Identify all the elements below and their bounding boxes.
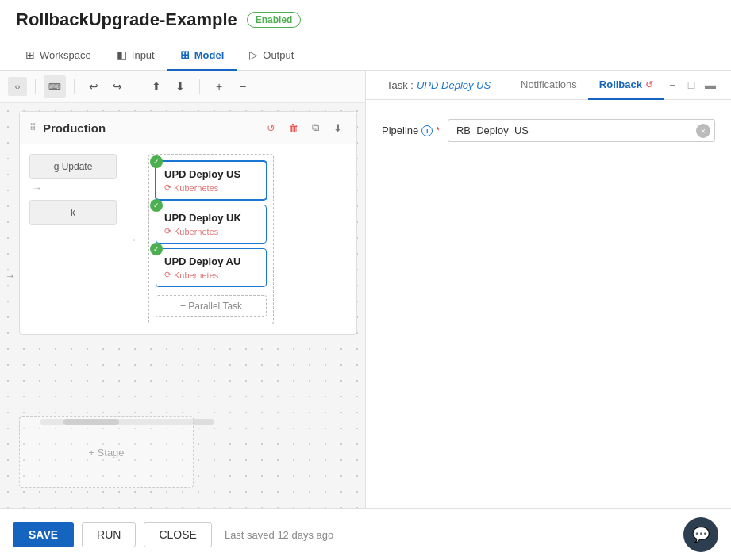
expand-all-btn[interactable]: ⬇ (169, 75, 191, 98)
tab-model[interactable]: ⊞ Model (167, 40, 237, 71)
task-type-au: ⟳ Kubernetes (164, 270, 258, 280)
run-button[interactable]: RUN (82, 522, 136, 547)
task-card-upd-deploy-uk[interactable]: ✓ UPD Deploy UK ⟳ Kubernetes (156, 205, 267, 244)
keyboard-btn[interactable]: ⌨ (44, 75, 66, 98)
kubernetes-icon-us: ⟳ (164, 182, 171, 193)
collapse-all-btn[interactable]: ⬆ (145, 75, 167, 98)
tab-rollback[interactable]: Rollback ↺ (588, 71, 664, 100)
stage-drag-handle[interactable]: ⠿ (29, 122, 37, 133)
tab-model-label: Model (194, 49, 225, 61)
kubernetes-icon-uk: ⟳ (164, 226, 171, 236)
toolbar-group-zoom: + − (208, 75, 254, 98)
toolbar-group-view: ⬆ ⬇ (145, 75, 191, 98)
stage-arrow-connector: → (125, 154, 140, 324)
maximize-btn[interactable]: □ (683, 77, 699, 93)
workspace-icon: ⊞ (25, 48, 35, 61)
panel-task-label: Task : UPD Deploy US (375, 71, 502, 99)
tab-output-label: Output (263, 49, 294, 61)
minimize-btn[interactable]: − (664, 77, 680, 93)
save-status: Last saved 12 days ago (225, 529, 333, 541)
required-star: * (436, 125, 440, 136)
stage-download-btn[interactable]: ⬇ (328, 118, 347, 137)
close-button[interactable]: CLOSE (144, 522, 211, 547)
save-button[interactable]: SAVE (13, 522, 74, 547)
tab-input-label: Input (132, 49, 155, 61)
tab-input[interactable]: ◧ Input (104, 40, 167, 71)
stage-tasks: g Update → k → (20, 144, 356, 334)
zoom-in-btn[interactable]: + (208, 75, 230, 98)
undo-btn[interactable]: ↩ (83, 75, 105, 98)
stage-copy-btn[interactable]: ⧉ (306, 118, 325, 137)
pipeline-clear-btn[interactable]: × (696, 124, 710, 138)
parallel-tasks-group: ✓ UPD Deploy US ⟳ Kubernetes ✓ UPD D (148, 154, 274, 324)
task-check-uk: ✓ (150, 199, 163, 212)
tab-notifications[interactable]: Notifications (510, 71, 588, 100)
task-check-au: ✓ (150, 243, 163, 255)
zoom-out-btn[interactable]: − (232, 75, 254, 98)
stage-header: ⠿ Production ↺ 🗑 ⧉ ⬇ (20, 112, 356, 144)
preceding-subtask-card[interactable]: k (29, 200, 117, 225)
stage-rollback-btn[interactable]: ↺ (261, 118, 280, 137)
enabled-badge: Enabled (247, 12, 302, 28)
preceding-subtask-label: k (71, 207, 75, 218)
tab-output[interactable]: ▷ Output (237, 40, 306, 71)
chat-bubble-btn[interactable]: 💬 (683, 517, 718, 552)
task-name-uk: UPD Deploy UK (164, 212, 258, 224)
task-check-us: ✓ (150, 155, 163, 168)
arrow-between-tasks: → (29, 182, 117, 194)
pipeline-input[interactable] (448, 119, 715, 142)
task-type-us: ⟳ Kubernetes (164, 182, 258, 193)
toolbar-group-kb: ⌨ (44, 75, 66, 98)
bottom-toolbar: SAVE RUN CLOSE Last saved 12 days ago 💬 (0, 508, 731, 560)
pipeline-label: Pipeline i * (382, 125, 440, 136)
tab-workspace[interactable]: ⊞ Workspace (13, 40, 104, 71)
kubernetes-icon-au: ⟳ (164, 270, 171, 280)
model-icon: ⊞ (180, 48, 190, 61)
right-panel-content: Pipeline i * × (366, 100, 731, 508)
preceding-tasks: g Update → k (29, 154, 117, 324)
stage-delete-btn[interactable]: 🗑 (283, 118, 302, 137)
stage-actions: ↺ 🗑 ⧉ ⬇ (261, 118, 347, 137)
collapse-panel-btn[interactable]: ‹› (8, 77, 27, 96)
pipeline-input-wrapper: × (448, 119, 715, 142)
pipeline-info-icon[interactable]: i (421, 125, 433, 136)
nav-tabs: ⊞ Workspace ◧ Input ⊞ Model ▷ Output (0, 40, 731, 71)
canvas-left-arrow: → (5, 270, 15, 282)
output-icon: ▷ (249, 48, 258, 61)
canvas-inner: → ⠿ Production ↺ 🗑 ⧉ ⬇ (0, 103, 365, 508)
task-name-us: UPD Deploy US (164, 168, 258, 180)
canvas-toolbar: ‹› ⌨ ↩ ↪ ⬆ ⬇ + − (0, 71, 365, 103)
pipeline-row: Pipeline i * × (382, 119, 715, 142)
add-parallel-task-btn[interactable]: + Parallel Task (156, 295, 267, 317)
right-panel: Task : UPD Deploy US Notifications Rollb… (366, 71, 731, 508)
panel-task-name: UPD Deploy US (417, 79, 491, 91)
app-header: RollbackUpgrade-Example Enabled (0, 0, 731, 40)
app-title: RollbackUpgrade-Example (16, 10, 237, 30)
main-content: ‹› ⌨ ↩ ↪ ⬆ ⬇ + − → (0, 71, 731, 508)
right-panel-tabs: Task : UPD Deploy US Notifications Rollb… (366, 71, 731, 100)
stage-title: Production (43, 121, 255, 135)
preceding-task-card[interactable]: g Update (29, 154, 117, 179)
add-stage-label: + Stage (88, 447, 124, 458)
task-card-upd-deploy-au[interactable]: ✓ UPD Deploy AU ⟳ Kubernetes (156, 248, 267, 287)
add-stage-btn[interactable]: + Stage (19, 416, 194, 488)
canvas-workspace[interactable]: → ⠿ Production ↺ 🗑 ⧉ ⬇ (0, 103, 365, 508)
input-icon: ◧ (117, 48, 127, 61)
task-card-upd-deploy-us[interactable]: ✓ UPD Deploy US ⟳ Kubernetes (156, 161, 267, 200)
task-name-au: UPD Deploy AU (164, 255, 258, 267)
panel-window-btns: − □ ▬ (664, 77, 721, 93)
rollback-icon: ↺ (645, 79, 653, 90)
preceding-task-label: g Update (54, 161, 93, 172)
canvas-area: ‹› ⌨ ↩ ↪ ⬆ ⬇ + − → (0, 71, 366, 508)
panel-close-btn[interactable]: ▬ (702, 77, 718, 93)
tab-workspace-label: Workspace (40, 49, 91, 61)
production-stage: ⠿ Production ↺ 🗑 ⧉ ⬇ g Up (19, 111, 357, 335)
redo-btn[interactable]: ↪ (106, 75, 129, 98)
toolbar-group-history: ↩ ↪ (83, 75, 129, 98)
task-type-uk: ⟳ Kubernetes (164, 226, 258, 236)
